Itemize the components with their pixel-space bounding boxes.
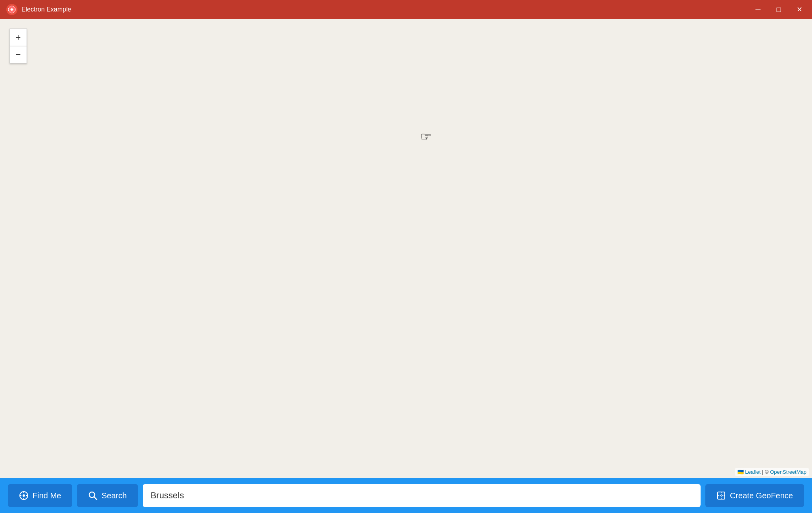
find-me-label: Find Me [33,491,61,500]
zoom-in-button[interactable]: + [10,29,27,46]
attribution-leaflet[interactable]: Leaflet [745,469,760,475]
search-input[interactable] [143,484,701,507]
bottom-bar: Find Me Search Create GeoFence [0,478,812,513]
svg-point-144 [23,494,25,497]
attribution-flag: 🇺🇦 [737,469,744,475]
create-geofence-button[interactable]: Create GeoFence [705,484,804,507]
geofence-icon [716,491,726,500]
search-icon [88,491,98,500]
map-container[interactable]: E19 E40 N47 N8 N2 N26 N25 R0 3 5 6 6 5 7… [0,19,812,478]
map-background [0,19,812,478]
search-button[interactable]: Search [77,484,138,507]
location-icon [19,491,29,500]
attribution-separator: | © [762,469,770,475]
minimize-button[interactable]: ─ [752,3,764,16]
search-field-wrapper [143,484,701,507]
zoom-out-button[interactable]: − [10,46,27,63]
maximize-button[interactable]: □ [772,3,785,16]
app-icon [6,4,17,15]
app-title: Electron Example [21,6,71,13]
zoom-controls: + − [10,29,27,63]
title-bar: Electron Example ─ □ ✕ [0,0,812,19]
find-me-button[interactable]: Find Me [8,484,72,507]
search-label: Search [102,491,126,500]
attribution-osm[interactable]: OpenStreetMap [770,469,806,475]
create-geofence-label: Create GeoFence [730,491,793,500]
map-attribution: 🇺🇦 Leaflet | © OpenStreetMap [735,468,809,476]
svg-line-150 [94,497,97,500]
close-button[interactable]: ✕ [793,3,806,16]
title-bar-left: Electron Example [6,4,71,15]
window-controls: ─ □ ✕ [752,3,806,16]
